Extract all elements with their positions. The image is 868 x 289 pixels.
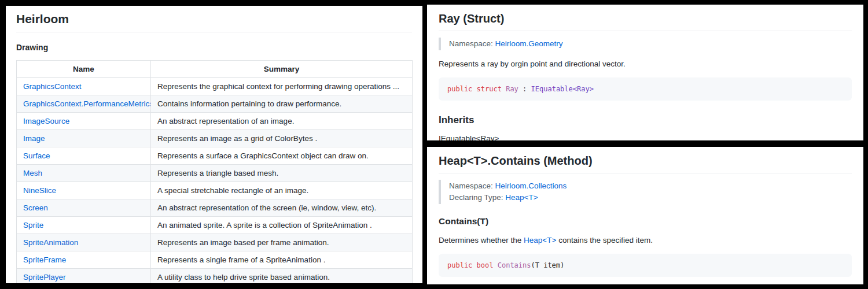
summary-cell: Represents an image as a grid of ColorBy… [151,130,413,147]
ray-struct-page: Ray (Struct) Namespace: Heirloom.Geometr… [427,5,863,140]
method-heading: Contains(T) [439,216,852,227]
table-body: GraphicsContext Represents the graphical… [17,78,413,284]
code-block: public struct Ray : IEquatable<Ray> [439,77,852,101]
table-row: SpritePlayer A utility class to help dri… [17,269,413,284]
method-description: Determines whether the Heap<T> contains … [439,235,852,246]
summary-cell: Represents a surface a GraphicsContext o… [151,147,413,165]
class-link[interactable]: Screen [23,203,48,212]
struct-description: Represents a ray by orgin point and dire… [439,59,852,69]
table-row: Surface Represents a surface a GraphicsC… [17,147,413,165]
table-row: SpriteAnimation Represents an image base… [17,234,413,251]
page-title: Heap<T>.Contains (Method) [439,154,852,173]
summary-cell: Represents a triangle based mesh. [151,165,413,182]
class-link[interactable]: SpritePlayer [23,273,66,281]
name-cell: ImageSource [17,113,151,130]
table-row: NineSlice A special stretchable rectangl… [17,182,413,199]
declaring-type-link[interactable]: Heap<T> [505,193,538,202]
summary-cell: An abstract representation of an image. [151,113,413,130]
summary-cell: Represents the graphical context for per… [151,78,413,95]
namespace-blockquote: Namespace: Heirloom.Collections Declarin… [439,180,852,204]
heap-contains-page: Heap<T>.Contains (Method) Namespace: Hei… [427,147,863,284]
code-keyword: public struct [447,85,506,93]
name-cell: NineSlice [17,182,151,199]
inherits-value: IEquatable<Ray> [439,134,852,140]
class-link[interactable]: SpriteAnimation [23,238,78,247]
class-link[interactable]: GraphicsContext [23,82,82,91]
heap-type-link[interactable]: Heap<T> [524,236,556,244]
summary-cell: A utility class to help drive sprite bas… [151,269,413,284]
code-type-name: Ray [506,85,518,93]
class-link[interactable]: ImageSource [23,117,69,125]
table-row: GraphicsContext.PerformanceMetrics Conta… [17,95,413,113]
code-block: public bool Contains(T item) [439,254,852,277]
summary-cell: Contains information pertaining to draw … [151,95,413,113]
name-cell: GraphicsContext [17,78,151,95]
table-row: Sprite An animated sprite. A sprite is a… [17,217,413,234]
column-header-name: Name [17,61,151,78]
table-row: Image Represents an image as a grid of C… [17,130,413,147]
name-cell: Surface [17,147,151,165]
name-cell: Mesh [17,165,151,182]
table-row: Mesh Represents a triangle based mesh. [17,165,413,182]
class-link[interactable]: Surface [23,151,50,160]
summary-cell: Represents a single frame of a SpriteAni… [151,251,413,269]
code-separator: : [518,85,531,93]
namespace-label: Namespace: [449,39,493,48]
name-cell: SpriteFrame [17,251,151,269]
summary-cell: An animated sprite. A sprite is a collec… [151,217,413,234]
inherits-heading: Inherits [439,114,852,126]
name-cell: Sprite [17,217,151,234]
summary-cell: An abstract representation of the screen… [151,199,413,217]
page-title: Ray (Struct) [439,12,852,31]
class-link[interactable]: SpriteFrame [23,255,66,264]
description-prefix: Determines whether the [439,236,524,244]
table-row: SpriteFrame Represents a single frame of… [17,251,413,269]
namespace-link[interactable]: Heirloom.Collections [495,181,567,190]
page-title: Heirloom [16,12,412,32]
column-header-summary: Summary [151,61,413,78]
section-heading-drawing: Drawing [16,43,412,52]
class-link[interactable]: Sprite [23,221,43,229]
table-row: ImageSource An abstract representation o… [17,113,413,130]
table-row: Screen An abstract representation of the… [17,199,413,217]
namespace-blockquote: Namespace: Heirloom.Geometry [439,38,852,50]
name-cell: SpriteAnimation [17,234,151,251]
table-row: GraphicsContext Represents the graphical… [17,78,413,95]
declaring-type-label: Declaring Type: [449,193,503,202]
name-cell: GraphicsContext.PerformanceMetrics [17,95,151,113]
namespace-label: Namespace: [449,181,493,190]
code-interface-name: IEquatable<Ray> [531,85,594,93]
name-cell: Image [17,130,151,147]
name-cell: Screen [17,199,151,217]
summary-cell: Represents an image based per frame anim… [151,234,413,251]
doc-collage: Heirloom Drawing Name Summary GraphicsCo… [0,0,868,289]
name-cell: SpritePlayer [17,269,151,284]
summary-cell: A special stretchable rectangle of an im… [151,182,413,199]
code-params: (T item) [531,261,565,269]
class-link[interactable]: NineSlice [23,186,56,195]
drawing-table: Name Summary GraphicsContext Represents … [16,60,413,283]
table-header-row: Name Summary [17,61,413,78]
declaring-type-line: Declaring Type: Heap<T> [449,192,852,203]
namespace-line: Namespace: Heirloom.Geometry [449,38,852,50]
class-link[interactable]: Mesh [23,169,42,177]
namespace-link[interactable]: Heirloom.Geometry [495,39,563,48]
heirloom-index-page: Heirloom Drawing Name Summary GraphicsCo… [6,6,422,283]
namespace-line: Namespace: Heirloom.Collections [449,180,852,192]
code-keyword: public bool [447,261,498,269]
class-link[interactable]: GraphicsContext.PerformanceMetrics [23,99,151,108]
description-suffix: contains the specified item. [556,236,653,244]
class-link[interactable]: Image [23,134,45,143]
code-method-name: Contains [498,261,531,269]
